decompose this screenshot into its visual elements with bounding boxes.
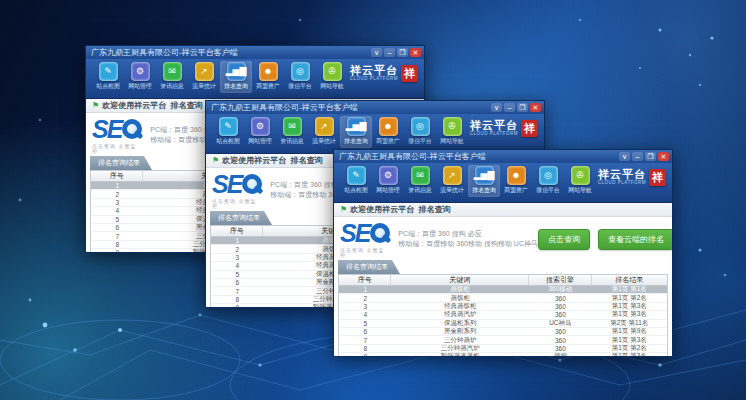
table-cell: 9 xyxy=(339,353,391,357)
window-titlebar[interactable]: 广东九鼎王厨具有限公司-祥云平台客户端 ∨–❐✕ xyxy=(334,150,672,163)
toolbar-item-traffic-stats[interactable]: ↗流量统计 xyxy=(188,61,220,93)
query-button[interactable]: 点击查询 xyxy=(538,229,590,250)
window-titlebar[interactable]: 广东九鼎王厨具有限公司-祥云平台客户端 ∨–❐✕ xyxy=(206,101,544,114)
column-header[interactable]: 搜索引擎 xyxy=(529,275,591,285)
brand-logo: 祥云平台 CLOUD PLATFORM 祥 xyxy=(470,116,538,137)
skin-button[interactable]: ∨ xyxy=(619,152,630,161)
skin-button[interactable]: ∨ xyxy=(371,48,382,57)
table-cell: 2 xyxy=(211,246,263,253)
toolbar-item-news-info[interactable]: ✉资讯信息 xyxy=(276,116,308,148)
window-controls: ∨–❐✕ xyxy=(491,103,541,112)
rank-query-icon: ▂▅▇ xyxy=(227,62,246,81)
toolbar-item-site-nav[interactable]: ✇网站导航 xyxy=(436,116,468,148)
toolbar-item-rank-query[interactable]: ▂▅▇排名查询 xyxy=(468,165,500,197)
app-window-front[interactable]: 广东九鼎王厨具有限公司-祥云平台客户端 ∨–❐✕ ✎站点检测⚙网站管理✉资讯信息… xyxy=(333,149,673,357)
maximize-button[interactable]: ❐ xyxy=(645,152,656,161)
toolbar-item-rank-query[interactable]: ▂▅▇排名查询 xyxy=(220,61,252,93)
traffic-stats-icon: ↗ xyxy=(195,62,214,81)
results-tab[interactable]: 排名查询结果 xyxy=(210,211,272,225)
breadcrumb-text: 欢迎使用祥云平台 排名查询 xyxy=(350,204,450,215)
toolbar-item-site-check[interactable]: ✎站点检测 xyxy=(212,116,244,148)
maximize-button[interactable]: ❐ xyxy=(397,48,408,57)
toolbar-item-label: 微信平台 xyxy=(286,82,315,90)
skin-button[interactable]: ∨ xyxy=(491,103,502,112)
close-button[interactable]: ✕ xyxy=(410,48,421,57)
maximize-button[interactable]: ❐ xyxy=(517,103,528,112)
toolbar-item-wechat-platform[interactable]: ◎微信平台 xyxy=(532,165,564,197)
toolbar-item-wechat-platform[interactable]: ◎微信平台 xyxy=(284,61,316,93)
breadcrumb-text: 欢迎使用祥云平台 排名查询 xyxy=(102,100,202,111)
table-cell: 6 xyxy=(91,224,143,231)
toolbar-item-site-nav[interactable]: ✇网站导航 xyxy=(316,61,348,93)
toolbar-item-site-manage[interactable]: ⚙网站管理 xyxy=(124,61,156,93)
toolbar-item-news-info[interactable]: ✉资讯信息 xyxy=(156,61,188,93)
minimize-button[interactable]: – xyxy=(632,152,643,161)
close-button[interactable]: ✕ xyxy=(658,152,669,161)
window-titlebar[interactable]: 广东九鼎王厨具有限公司-祥云平台客户端 ∨–❐✕ xyxy=(86,46,424,59)
traffic-stats-icon: ↗ xyxy=(443,166,462,185)
toolbar-item-wechat-platform[interactable]: ◎微信平台 xyxy=(404,116,436,148)
seo-logo-text: SE xyxy=(92,117,121,142)
minimize-button[interactable]: – xyxy=(384,48,395,57)
seo-tagline: 点击查询 全面监控 xyxy=(340,248,390,258)
toolbar-item-site-check[interactable]: ✎站点检测 xyxy=(340,165,372,197)
table-cell: 9 xyxy=(211,304,263,308)
column-header[interactable]: 序号 xyxy=(339,275,391,285)
column-header[interactable]: 关键词 xyxy=(391,275,529,285)
column-header[interactable]: 序号 xyxy=(91,171,143,181)
brand-seal-icon: 祥 xyxy=(649,169,666,186)
toolbar-item-label: 网站导航 xyxy=(438,137,467,145)
toolbar-item-label: 资讯信息 xyxy=(406,186,435,194)
toolbar-item-alliance-promo[interactable]: ☻商盟推广 xyxy=(252,61,284,93)
mobile-engines-line: 移动端：百度移动 360移动 搜狗移动 UC神马 xyxy=(398,239,538,250)
desktop-background: 广东九鼎王厨具有限公司-祥云平台客户端 ∨–❐✕ ✎站点检测⚙网站管理✉资讯信息… xyxy=(0,0,746,400)
toolbar-item-traffic-stats[interactable]: ↗流量统计 xyxy=(436,165,468,197)
column-header[interactable]: 序号 xyxy=(211,226,263,236)
toolbar-item-site-manage[interactable]: ⚙网站管理 xyxy=(244,116,276,148)
table-cell: 6 xyxy=(211,279,263,286)
seo-logo: SE 点击查询 全面监控 xyxy=(92,117,142,154)
breadcrumb-text: 欢迎使用祥云平台 排名查询 xyxy=(222,155,322,166)
column-header[interactable]: 排名结果 xyxy=(592,275,667,285)
toolbar-item-site-nav[interactable]: ✇网站导航 xyxy=(564,165,596,197)
alliance-promo-icon: ☻ xyxy=(379,117,398,136)
toolbar-item-site-check[interactable]: ✎站点检测 xyxy=(92,61,124,93)
flag-icon: ⚑ xyxy=(340,206,347,214)
toolbar-item-label: 网站管理 xyxy=(246,137,275,145)
toolbar-item-label: 排名查询 xyxy=(342,137,371,145)
table-cell: 7 xyxy=(91,233,143,240)
toolbar-item-label: 网站管理 xyxy=(126,82,155,90)
result-table-body: 1蒸饭柜360移动第1页 第1名2蒸饭柜360第1页 第2名3经典蒸饭柜360第… xyxy=(339,286,667,357)
toolbar-item-label: 站点检测 xyxy=(342,186,371,194)
results-tab[interactable]: 排名查询结果 xyxy=(338,260,400,274)
main-toolbar: ✎站点检测⚙网站管理✉资讯信息↗流量统计▂▅▇排名查询☻商盟推广◎微信平台✇网站… xyxy=(334,163,672,203)
results-tab[interactable]: 排名查询结果 xyxy=(90,156,152,170)
toolbar-item-label: 微信平台 xyxy=(406,137,435,145)
view-cloud-rank-button[interactable]: 查看云端的排名 xyxy=(598,229,673,250)
toolbar-item-label: 商盟推广 xyxy=(502,186,531,194)
minimize-button[interactable]: – xyxy=(504,103,515,112)
toolbar-item-label: 流量统计 xyxy=(310,137,339,145)
query-section: SE 点击查询 全面监控 PC端：百度 360 搜狗 必应 移动端：百度移动 3… xyxy=(334,217,672,259)
table-cell: 6 xyxy=(339,328,391,335)
table-cell: 1 xyxy=(91,182,143,189)
table-row[interactable]: 9智能蒸汽蒸柜搜狗第1页 第3名 xyxy=(339,353,667,357)
wechat-platform-icon: ◎ xyxy=(291,62,310,81)
main-toolbar: ✎站点检测⚙网站管理✉资讯信息↗流量统计▂▅▇排名查询☻商盟推广◎微信平台✇网站… xyxy=(86,59,424,99)
table-cell: 5 xyxy=(211,271,263,278)
toolbar-item-site-manage[interactable]: ⚙网站管理 xyxy=(372,165,404,197)
toolbar-item-news-info[interactable]: ✉资讯信息 xyxy=(404,165,436,197)
toolbar-item-rank-query[interactable]: ▂▅▇排名查询 xyxy=(340,116,372,148)
table-cell: 8 xyxy=(211,296,263,303)
seo-logo-text: SE xyxy=(212,172,241,197)
close-button[interactable]: ✕ xyxy=(530,103,541,112)
table-cell: 4 xyxy=(91,207,143,214)
brand-name: 祥云平台 xyxy=(350,65,398,76)
pc-engines-line: PC端：百度 360 搜狗 必应 xyxy=(398,229,538,240)
toolbar-item-alliance-promo[interactable]: ☻商盟推广 xyxy=(500,165,532,197)
content-area: SE 点击查询 全面监控 PC端：百度 360 搜狗 必应 移动端：百度移动 3… xyxy=(334,217,672,357)
toolbar-item-alliance-promo[interactable]: ☻商盟推广 xyxy=(372,116,404,148)
toolbar-item-label: 微信平台 xyxy=(534,186,563,194)
toolbar-item-traffic-stats[interactable]: ↗流量统计 xyxy=(308,116,340,148)
breadcrumb: ⚑ 欢迎使用祥云平台 排名查询 xyxy=(334,203,672,217)
